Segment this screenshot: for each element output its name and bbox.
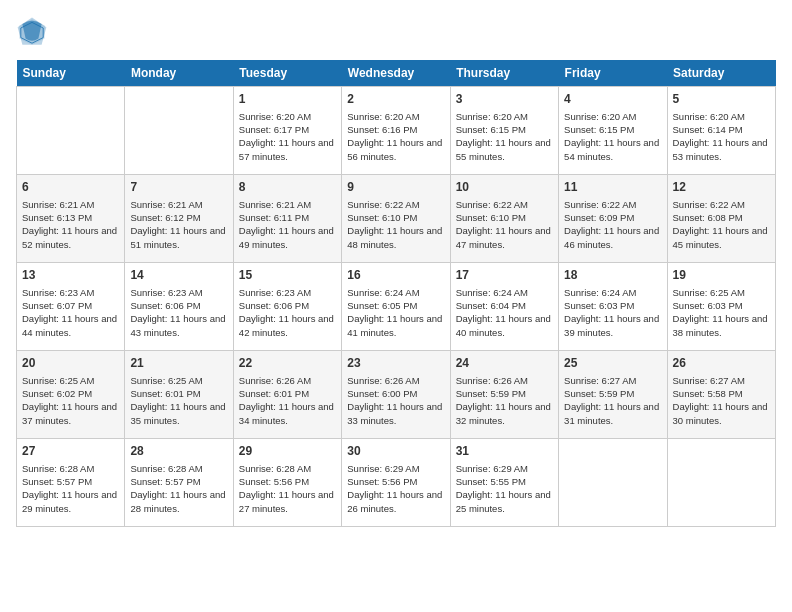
calendar-cell: [559, 439, 667, 527]
day-info: Sunrise: 6:24 AM Sunset: 6:05 PM Dayligh…: [347, 286, 444, 339]
calendar-cell: 11Sunrise: 6:22 AM Sunset: 6:09 PM Dayli…: [559, 175, 667, 263]
calendar-header-row: SundayMondayTuesdayWednesdayThursdayFrid…: [17, 60, 776, 87]
day-info: Sunrise: 6:25 AM Sunset: 6:02 PM Dayligh…: [22, 374, 119, 427]
day-info: Sunrise: 6:26 AM Sunset: 6:00 PM Dayligh…: [347, 374, 444, 427]
day-info: Sunrise: 6:22 AM Sunset: 6:10 PM Dayligh…: [456, 198, 553, 251]
day-info: Sunrise: 6:20 AM Sunset: 6:15 PM Dayligh…: [456, 110, 553, 163]
day-number: 4: [564, 91, 661, 108]
page-header: [16, 16, 776, 48]
calendar-cell: 20Sunrise: 6:25 AM Sunset: 6:02 PM Dayli…: [17, 351, 125, 439]
day-info: Sunrise: 6:20 AM Sunset: 6:15 PM Dayligh…: [564, 110, 661, 163]
calendar-cell: 14Sunrise: 6:23 AM Sunset: 6:06 PM Dayli…: [125, 263, 233, 351]
logo: [16, 16, 52, 48]
day-info: Sunrise: 6:24 AM Sunset: 6:04 PM Dayligh…: [456, 286, 553, 339]
day-info: Sunrise: 6:22 AM Sunset: 6:08 PM Dayligh…: [673, 198, 770, 251]
calendar-week-row: 13Sunrise: 6:23 AM Sunset: 6:07 PM Dayli…: [17, 263, 776, 351]
day-info: Sunrise: 6:20 AM Sunset: 6:16 PM Dayligh…: [347, 110, 444, 163]
calendar-cell: 5Sunrise: 6:20 AM Sunset: 6:14 PM Daylig…: [667, 87, 775, 175]
calendar-week-row: 27Sunrise: 6:28 AM Sunset: 5:57 PM Dayli…: [17, 439, 776, 527]
day-info: Sunrise: 6:28 AM Sunset: 5:56 PM Dayligh…: [239, 462, 336, 515]
day-number: 7: [130, 179, 227, 196]
day-number: 27: [22, 443, 119, 460]
calendar-week-row: 20Sunrise: 6:25 AM Sunset: 6:02 PM Dayli…: [17, 351, 776, 439]
calendar-cell: 15Sunrise: 6:23 AM Sunset: 6:06 PM Dayli…: [233, 263, 341, 351]
calendar-cell: 30Sunrise: 6:29 AM Sunset: 5:56 PM Dayli…: [342, 439, 450, 527]
day-number: 18: [564, 267, 661, 284]
calendar-cell: 26Sunrise: 6:27 AM Sunset: 5:58 PM Dayli…: [667, 351, 775, 439]
calendar-cell: 13Sunrise: 6:23 AM Sunset: 6:07 PM Dayli…: [17, 263, 125, 351]
header-day-tuesday: Tuesday: [233, 60, 341, 87]
calendar-cell: 7Sunrise: 6:21 AM Sunset: 6:12 PM Daylig…: [125, 175, 233, 263]
calendar-cell: 25Sunrise: 6:27 AM Sunset: 5:59 PM Dayli…: [559, 351, 667, 439]
day-info: Sunrise: 6:21 AM Sunset: 6:13 PM Dayligh…: [22, 198, 119, 251]
day-info: Sunrise: 6:22 AM Sunset: 6:09 PM Dayligh…: [564, 198, 661, 251]
day-number: 25: [564, 355, 661, 372]
day-number: 19: [673, 267, 770, 284]
header-day-monday: Monday: [125, 60, 233, 87]
day-number: 8: [239, 179, 336, 196]
day-info: Sunrise: 6:23 AM Sunset: 6:06 PM Dayligh…: [239, 286, 336, 339]
day-number: 10: [456, 179, 553, 196]
calendar-cell: 1Sunrise: 6:20 AM Sunset: 6:17 PM Daylig…: [233, 87, 341, 175]
calendar-cell: 22Sunrise: 6:26 AM Sunset: 6:01 PM Dayli…: [233, 351, 341, 439]
day-number: 16: [347, 267, 444, 284]
day-number: 13: [22, 267, 119, 284]
day-number: 23: [347, 355, 444, 372]
header-day-friday: Friday: [559, 60, 667, 87]
calendar-cell: [125, 87, 233, 175]
day-number: 6: [22, 179, 119, 196]
header-day-saturday: Saturday: [667, 60, 775, 87]
day-info: Sunrise: 6:21 AM Sunset: 6:11 PM Dayligh…: [239, 198, 336, 251]
calendar-cell: 9Sunrise: 6:22 AM Sunset: 6:10 PM Daylig…: [342, 175, 450, 263]
day-info: Sunrise: 6:20 AM Sunset: 6:17 PM Dayligh…: [239, 110, 336, 163]
header-day-wednesday: Wednesday: [342, 60, 450, 87]
calendar-cell: 16Sunrise: 6:24 AM Sunset: 6:05 PM Dayli…: [342, 263, 450, 351]
day-number: 2: [347, 91, 444, 108]
day-number: 5: [673, 91, 770, 108]
calendar-cell: 31Sunrise: 6:29 AM Sunset: 5:55 PM Dayli…: [450, 439, 558, 527]
day-number: 15: [239, 267, 336, 284]
day-info: Sunrise: 6:24 AM Sunset: 6:03 PM Dayligh…: [564, 286, 661, 339]
day-number: 12: [673, 179, 770, 196]
day-info: Sunrise: 6:23 AM Sunset: 6:07 PM Dayligh…: [22, 286, 119, 339]
calendar-cell: 21Sunrise: 6:25 AM Sunset: 6:01 PM Dayli…: [125, 351, 233, 439]
day-number: 21: [130, 355, 227, 372]
day-number: 22: [239, 355, 336, 372]
day-number: 20: [22, 355, 119, 372]
logo-icon: [16, 16, 48, 48]
calendar-cell: 18Sunrise: 6:24 AM Sunset: 6:03 PM Dayli…: [559, 263, 667, 351]
calendar-week-row: 6Sunrise: 6:21 AM Sunset: 6:13 PM Daylig…: [17, 175, 776, 263]
calendar-cell: 27Sunrise: 6:28 AM Sunset: 5:57 PM Dayli…: [17, 439, 125, 527]
day-info: Sunrise: 6:26 AM Sunset: 5:59 PM Dayligh…: [456, 374, 553, 427]
calendar-cell: 8Sunrise: 6:21 AM Sunset: 6:11 PM Daylig…: [233, 175, 341, 263]
calendar-cell: 10Sunrise: 6:22 AM Sunset: 6:10 PM Dayli…: [450, 175, 558, 263]
day-number: 26: [673, 355, 770, 372]
day-number: 11: [564, 179, 661, 196]
day-info: Sunrise: 6:25 AM Sunset: 6:01 PM Dayligh…: [130, 374, 227, 427]
calendar-cell: 12Sunrise: 6:22 AM Sunset: 6:08 PM Dayli…: [667, 175, 775, 263]
day-info: Sunrise: 6:29 AM Sunset: 5:56 PM Dayligh…: [347, 462, 444, 515]
header-day-sunday: Sunday: [17, 60, 125, 87]
calendar-cell: 6Sunrise: 6:21 AM Sunset: 6:13 PM Daylig…: [17, 175, 125, 263]
day-number: 1: [239, 91, 336, 108]
calendar-cell: 17Sunrise: 6:24 AM Sunset: 6:04 PM Dayli…: [450, 263, 558, 351]
day-info: Sunrise: 6:25 AM Sunset: 6:03 PM Dayligh…: [673, 286, 770, 339]
calendar-cell: 28Sunrise: 6:28 AM Sunset: 5:57 PM Dayli…: [125, 439, 233, 527]
calendar-cell: 24Sunrise: 6:26 AM Sunset: 5:59 PM Dayli…: [450, 351, 558, 439]
day-number: 9: [347, 179, 444, 196]
calendar-cell: 3Sunrise: 6:20 AM Sunset: 6:15 PM Daylig…: [450, 87, 558, 175]
header-day-thursday: Thursday: [450, 60, 558, 87]
calendar-cell: 4Sunrise: 6:20 AM Sunset: 6:15 PM Daylig…: [559, 87, 667, 175]
calendar-week-row: 1Sunrise: 6:20 AM Sunset: 6:17 PM Daylig…: [17, 87, 776, 175]
day-info: Sunrise: 6:28 AM Sunset: 5:57 PM Dayligh…: [22, 462, 119, 515]
day-info: Sunrise: 6:26 AM Sunset: 6:01 PM Dayligh…: [239, 374, 336, 427]
day-info: Sunrise: 6:29 AM Sunset: 5:55 PM Dayligh…: [456, 462, 553, 515]
calendar-cell: [667, 439, 775, 527]
calendar-table: SundayMondayTuesdayWednesdayThursdayFrid…: [16, 60, 776, 527]
calendar-cell: 29Sunrise: 6:28 AM Sunset: 5:56 PM Dayli…: [233, 439, 341, 527]
day-number: 28: [130, 443, 227, 460]
calendar-cell: 2Sunrise: 6:20 AM Sunset: 6:16 PM Daylig…: [342, 87, 450, 175]
day-number: 24: [456, 355, 553, 372]
day-number: 30: [347, 443, 444, 460]
day-info: Sunrise: 6:21 AM Sunset: 6:12 PM Dayligh…: [130, 198, 227, 251]
